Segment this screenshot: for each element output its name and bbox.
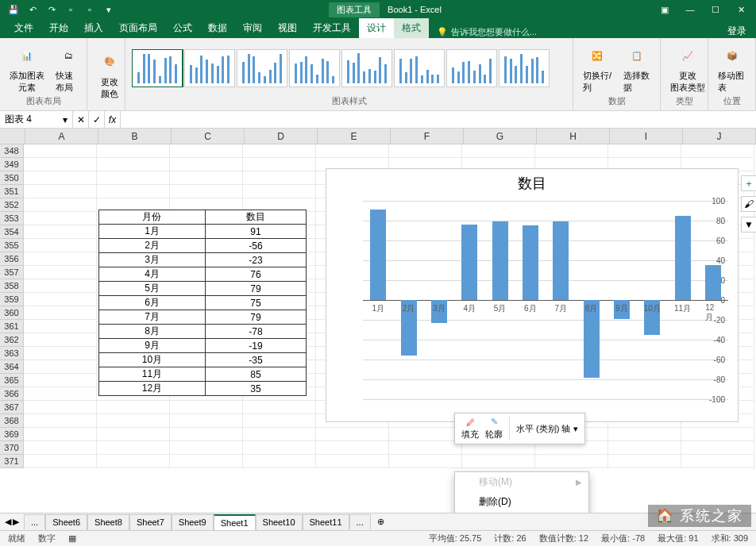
- cell[interactable]: [24, 333, 97, 347]
- cell[interactable]: [608, 455, 681, 468]
- cell[interactable]: [24, 279, 97, 293]
- col-header[interactable]: B: [98, 129, 172, 144]
- new-icon[interactable]: ▫: [62, 2, 79, 17]
- col-header[interactable]: D: [245, 129, 318, 144]
- chart-styles-button[interactable]: 🖌: [741, 196, 756, 212]
- cell[interactable]: [462, 144, 535, 158]
- cell[interactable]: [24, 225, 97, 239]
- cell[interactable]: [243, 428, 316, 441]
- cell[interactable]: [535, 455, 608, 468]
- chart-elements-button[interactable]: ＋: [741, 175, 756, 191]
- cell[interactable]: [24, 306, 97, 320]
- col-header[interactable]: A: [25, 129, 98, 144]
- cell[interactable]: [24, 198, 97, 212]
- sheet-overflow-left[interactable]: ...: [24, 514, 45, 529]
- chart-title[interactable]: 数目: [326, 169, 738, 198]
- row-header[interactable]: 364: [0, 360, 24, 374]
- cell[interactable]: [681, 455, 754, 468]
- sheet-tab[interactable]: Sheet9: [172, 514, 214, 530]
- sheet-tab[interactable]: Sheet11: [303, 514, 349, 530]
- row-header[interactable]: 368: [0, 414, 24, 428]
- save-icon[interactable]: 💾: [5, 2, 22, 17]
- chart-style-gallery[interactable]: [132, 49, 561, 87]
- cell[interactable]: [608, 428, 681, 441]
- row-header[interactable]: 349: [0, 158, 24, 171]
- tab-developer[interactable]: 开发工具: [305, 18, 359, 38]
- select-all-corner[interactable]: [0, 129, 25, 144]
- cell[interactable]: [389, 441, 462, 455]
- row-header[interactable]: 348: [0, 144, 24, 158]
- cell[interactable]: [97, 414, 170, 428]
- cell[interactable]: [24, 374, 97, 387]
- cell[interactable]: [24, 401, 97, 414]
- login-link[interactable]: 登录: [727, 25, 756, 38]
- cell[interactable]: [97, 171, 170, 185]
- outline-button[interactable]: ✎ 轮廓: [485, 417, 503, 440]
- cell[interactable]: [170, 185, 243, 198]
- minimize-icon[interactable]: —: [678, 2, 702, 17]
- tab-file[interactable]: 文件: [6, 18, 41, 38]
- row-header[interactable]: 353: [0, 212, 24, 225]
- tab-design[interactable]: 设计: [359, 18, 394, 38]
- cell[interactable]: [97, 455, 170, 468]
- chart-bar[interactable]: [461, 225, 477, 300]
- chart-bar[interactable]: [370, 210, 386, 300]
- row-header[interactable]: 359: [0, 293, 24, 306]
- cell[interactable]: [24, 414, 97, 428]
- chart-style-thumb[interactable]: [184, 49, 235, 87]
- col-header[interactable]: H: [537, 129, 610, 144]
- quick-layout-button[interactable]: 🗂 快速布局: [52, 41, 84, 95]
- cell[interactable]: [24, 266, 97, 279]
- undo-icon[interactable]: ↶: [24, 2, 41, 17]
- plot-area[interactable]: -100-80-60-40-200204060801001月2月3月4月5月6月…: [363, 201, 728, 399]
- redo-icon[interactable]: ↷: [43, 2, 60, 17]
- chart-bar[interactable]: [705, 265, 721, 300]
- cell[interactable]: [24, 212, 97, 225]
- row-header[interactable]: 369: [0, 428, 24, 441]
- cell[interactable]: [24, 360, 97, 374]
- cell[interactable]: [97, 441, 170, 455]
- chart-bar[interactable]: [523, 225, 538, 300]
- name-box[interactable]: 图表 4▾: [0, 111, 73, 128]
- row-header[interactable]: 365: [0, 374, 24, 387]
- chart-style-thumb[interactable]: [499, 49, 550, 87]
- row-header[interactable]: 363: [0, 347, 24, 360]
- sheet-tab[interactable]: Sheet1: [214, 514, 256, 530]
- worksheet-grid[interactable]: ABCDEFGHIJ 34834935035135235335435535635…: [0, 129, 756, 509]
- chart-bar[interactable]: [492, 221, 508, 300]
- col-header[interactable]: E: [318, 129, 391, 144]
- col-header[interactable]: C: [172, 129, 245, 144]
- row-header[interactable]: 360: [0, 306, 24, 320]
- chart-style-thumb[interactable]: [289, 49, 340, 87]
- cell[interactable]: [389, 144, 462, 158]
- row-header[interactable]: 371: [0, 455, 24, 468]
- row-header[interactable]: 355: [0, 239, 24, 252]
- change-chart-type-button[interactable]: 📈 更改 图表类型: [667, 41, 708, 95]
- switch-row-col-button[interactable]: 🔀 切换行/列: [580, 41, 615, 95]
- cell[interactable]: [24, 347, 97, 360]
- col-header[interactable]: G: [464, 129, 537, 144]
- cell[interactable]: [97, 185, 170, 198]
- sheet-tab[interactable]: Sheet8: [87, 514, 129, 530]
- cell[interactable]: [24, 239, 97, 252]
- chart-style-thumb[interactable]: [237, 49, 287, 87]
- row-header[interactable]: 352: [0, 198, 24, 212]
- cell[interactable]: [243, 144, 316, 158]
- select-data-button[interactable]: 📋 选择数据: [620, 41, 654, 95]
- row-header[interactable]: 361: [0, 320, 24, 333]
- tab-review[interactable]: 审阅: [235, 18, 270, 38]
- sheet-tab[interactable]: Sheet10: [256, 514, 303, 530]
- cell[interactable]: [170, 414, 243, 428]
- cell[interactable]: [97, 158, 170, 171]
- col-header[interactable]: F: [391, 129, 464, 144]
- chart-element-selector[interactable]: 水平 (类别) 轴 ▾: [516, 423, 578, 435]
- cell[interactable]: [243, 441, 316, 455]
- chart-style-thumb[interactable]: [341, 49, 392, 87]
- cell[interactable]: [681, 441, 754, 455]
- tab-view[interactable]: 视图: [270, 18, 305, 38]
- chart-style-thumb[interactable]: [132, 49, 183, 87]
- row-header[interactable]: 351: [0, 185, 24, 198]
- new-sheet-button[interactable]: ⊕: [371, 517, 391, 527]
- cell[interactable]: [24, 455, 97, 468]
- sheet-overflow-right[interactable]: ...: [349, 514, 371, 529]
